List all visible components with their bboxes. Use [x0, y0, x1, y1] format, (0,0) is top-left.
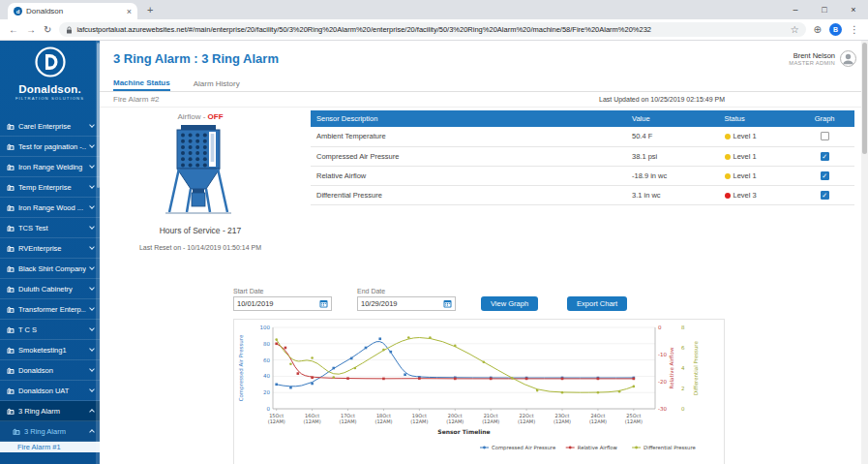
sidebar-item-black-shirt-company[interactable]: Black Shirt Company [0, 259, 100, 279]
sidebar-item-transformer-enterp[interactable]: Transformer Enterp... [0, 299, 100, 320]
svg-text:(12AM): (12AM) [625, 418, 643, 424]
sidebar-item-rventerprise[interactable]: RVEnterprise [0, 238, 100, 259]
sidebar-item-label: Fire Alarm #1 [17, 443, 94, 451]
sidebar-item-donaldson[interactable]: Donaldson [0, 360, 100, 381]
enterprise-icon [7, 325, 15, 333]
dust-collector-graphic [156, 123, 245, 220]
browser-menu-icon[interactable]: ⋮ [850, 25, 859, 35]
tab-machine-status[interactable]: Machine Status [113, 76, 170, 91]
chart-panel: 020406080100-30-20-10002468Compressed Ai… [233, 319, 725, 464]
sensor-description: Relative Airflow [311, 166, 626, 185]
sidebar-item-iron-range-welding[interactable]: Iron Range Welding [0, 157, 100, 177]
sensor-row: Differential Pressure3.1 in wcLevel 3✓ [311, 185, 854, 204]
end-date-label: End Date [357, 288, 456, 294]
enterprise-icon [7, 366, 15, 374]
airflow-state: OFF [208, 112, 224, 121]
maximize-button[interactable]: □ [810, 0, 839, 19]
sidebar-item-test-for-pagination[interactable]: Test for pagination -... [0, 137, 100, 157]
graph-checkbox[interactable]: ✓ [821, 152, 829, 161]
sidebar-item-tcs-test[interactable]: TCS Test [0, 218, 100, 238]
graph-checkbox[interactable]: ✓ [821, 171, 829, 180]
airflow-label: Airflow - [177, 112, 207, 121]
enterprise-icon [7, 183, 15, 191]
url-input[interactable] [76, 25, 786, 34]
sidebar-scrollbar-thumb[interactable] [97, 43, 100, 188]
calendar-icon[interactable] [319, 299, 328, 308]
graph-checkbox[interactable] [821, 132, 829, 140]
axis-label: Differential Pressure [693, 341, 699, 395]
vertical-scrollbar-thumb[interactable] [862, 43, 867, 154]
sidebar-scrollbar[interactable] [96, 41, 100, 464]
window-controls: – □ × [781, 0, 868, 19]
sensor-status: Level 1 [719, 146, 795, 166]
svg-text:(12AM): (12AM) [589, 418, 607, 424]
sidebar-item-3-ring-alarm[interactable]: 3 Ring Alarm [0, 421, 100, 442]
status-dot-icon [725, 134, 731, 139]
sidebar-item-label: 3 Ring Alarm [18, 407, 86, 416]
start-date-input[interactable] [237, 299, 319, 308]
sensor-description: Differential Pressure [311, 185, 626, 204]
sidebar-item-machine[interactable]: Fire Alarm #1 [0, 442, 100, 452]
user-avatar-icon[interactable] [840, 50, 856, 67]
sidebar-item-label: Duluth Cabinetry [18, 285, 86, 294]
svg-text:0: 0 [658, 325, 662, 330]
start-date-label: Start Date [233, 288, 332, 294]
extensions-icon[interactable]: ⊕ [814, 25, 822, 35]
last-reset: Last Reset on - 10/14/2019 01:50:14 PM [113, 244, 287, 251]
vertical-scrollbar[interactable] [861, 41, 868, 464]
svg-text:(12AM): (12AM) [374, 418, 392, 424]
sidebar-item-label: 3 Ring Alarm [24, 427, 86, 436]
sensor-status: Level 1 [719, 127, 795, 146]
minimize-button[interactable]: – [781, 0, 810, 19]
sidebar-item-carel-enterprise[interactable]: Carel Enterprise [0, 116, 100, 137]
sensor-table-header-row: Sensor DescriptionValueStatusGraph [311, 110, 854, 127]
column-header: Sensor Description [311, 110, 626, 127]
svg-text:(12AM): (12AM) [304, 418, 321, 424]
browser-tab[interactable]: d Donaldson × [8, 3, 137, 19]
enterprise-icon [7, 163, 15, 170]
refresh-icon[interactable]: ↻ [44, 25, 51, 35]
sidebar-item-donaldson-uat[interactable]: Donaldson UAT [0, 381, 100, 401]
graph-checkbox[interactable]: ✓ [821, 191, 829, 200]
browser-profile-avatar[interactable]: B [829, 23, 842, 36]
sidebar-item-smoketesting1[interactable]: Smoketesting1 [0, 340, 100, 360]
sidebar-item-temp-enterprise[interactable]: Temp Enterprise [0, 177, 100, 198]
sensor-table-wrap: Sensor DescriptionValueStatusGraph Ambie… [311, 110, 854, 280]
bookmark-star-icon[interactable]: ☆ [791, 25, 799, 35]
sidebar-item-t-c-s[interactable]: T C S [0, 320, 100, 340]
status-dot-icon [725, 193, 731, 199]
chevron-down-icon [89, 183, 95, 189]
sidebar-item-iron-range-wood[interactable]: Iron Range Wood ... [0, 198, 100, 218]
forward-icon[interactable]: → [26, 25, 36, 35]
close-button[interactable]: × [839, 0, 868, 19]
tab-alarm-history[interactable]: Alarm History [194, 76, 240, 91]
view-graph-button[interactable]: View Graph [481, 296, 538, 311]
calendar-icon[interactable] [443, 299, 452, 308]
chevron-down-icon [89, 264, 95, 270]
main-content: 3 Ring Alarm : 3 Ring Alarm Brent Nelson… [100, 41, 868, 464]
back-icon[interactable]: ← [9, 25, 18, 35]
user-menu[interactable]: Brent Nelson MASTER ADMIN [789, 50, 856, 67]
new-tab-button[interactable]: + [147, 5, 153, 15]
sidebar-item-duluth-cabinetry[interactable]: Duluth Cabinetry [0, 279, 100, 299]
chevron-down-icon [89, 305, 95, 311]
start-date-box [233, 296, 332, 311]
svg-text:40: 40 [263, 373, 270, 379]
chevron-down-icon [89, 142, 95, 148]
donaldson-logo-icon [34, 46, 67, 78]
tab-close-icon[interactable]: × [127, 7, 132, 16]
sidebar-item-label: Donaldson UAT [18, 387, 86, 395]
status-dot-icon [725, 173, 731, 179]
address-bar[interactable]: ☆ [59, 22, 805, 37]
legend-item[interactable]: Compressed Air Pressure [492, 445, 555, 451]
legend-item[interactable]: Differential Pressure [644, 445, 696, 450]
sensor-value: -18.9 in wc [626, 166, 719, 185]
enterprise-icon [7, 224, 15, 232]
svg-text:(12AM): (12AM) [410, 418, 428, 424]
end-date-input[interactable] [361, 299, 443, 308]
legend-item[interactable]: Relative Airflow [578, 445, 618, 450]
enterprise-icon [7, 285, 15, 293]
sidebar-item-3-ring-alarm[interactable]: 3 Ring Alarm [0, 401, 100, 421]
export-chart-button[interactable]: Export Chart [567, 296, 627, 311]
sensor-value: 38.1 psi [626, 146, 719, 166]
